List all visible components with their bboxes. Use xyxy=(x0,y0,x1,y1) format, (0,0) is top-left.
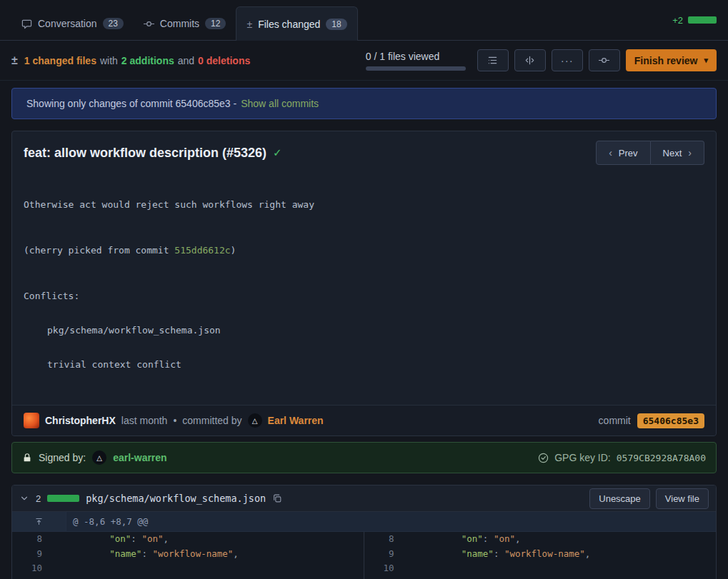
new-line-number[interactable]: 8 xyxy=(364,532,402,547)
chevron-down-icon[interactable] xyxy=(19,493,29,503)
tab-conversation[interactable]: Conversation 23 xyxy=(11,7,134,40)
diff-old-side: 8 "on": "on", 9 "name": "workflow-name",… xyxy=(12,532,364,579)
more-options-button[interactable]: ··· xyxy=(552,49,583,71)
commit-author-row: ChristopherHX last month • committed by … xyxy=(12,405,716,435)
finish-review-button[interactable]: Finish review ▾ xyxy=(626,49,717,71)
copy-icon[interactable] xyxy=(272,493,282,503)
commit-icon xyxy=(599,55,609,66)
commit-message-line: pkg/schema/workflow_schema.json xyxy=(24,325,704,336)
committed-by-label: committed by xyxy=(182,415,241,426)
commit-title: feat: allow workflow description (#5326) xyxy=(24,146,266,161)
diff-icon: ± xyxy=(246,19,252,30)
shield-check-icon xyxy=(538,453,549,463)
file-additions-count: 2 xyxy=(36,493,41,504)
file-tree-toggle-button[interactable] xyxy=(477,49,509,71)
ellipsis-icon: ··· xyxy=(561,54,574,66)
commit-sha-group: commit 65406c85e3 xyxy=(599,413,704,428)
chevron-left-icon: ‹ xyxy=(609,147,612,158)
code-key: "on" xyxy=(109,533,131,544)
code-value: "on" xyxy=(494,533,515,544)
line-sign xyxy=(402,547,419,562)
old-line-number[interactable]: 9 xyxy=(12,547,49,562)
finish-review-label: Finish review xyxy=(634,55,698,66)
code-line: "name": "workflow-name", xyxy=(419,547,717,562)
commit-message-line: (cherry picked from commit 515dd6612c) xyxy=(24,245,704,256)
code-sep: : xyxy=(494,548,504,559)
conversation-count-badge: 23 xyxy=(103,18,124,29)
chevron-right-icon: › xyxy=(688,147,692,158)
committer-name-link[interactable]: Earl Warren xyxy=(268,415,324,426)
code-end: , xyxy=(233,548,239,559)
changed-files-link[interactable]: 1 changed files xyxy=(24,55,96,66)
signer-avatar[interactable]: △ xyxy=(92,450,106,465)
old-line-number[interactable]: 10 xyxy=(12,561,49,579)
old-line-number[interactable]: 8 xyxy=(12,532,49,547)
code-indent xyxy=(419,533,462,544)
commit-box: feat: allow workflow description (#5326)… xyxy=(11,131,717,436)
diff-row: 9 "name": "workflow-name", xyxy=(12,547,364,562)
commit-time: last month xyxy=(121,415,168,426)
code-indent xyxy=(66,548,109,559)
code-sep: : xyxy=(141,548,152,559)
diff-row: 8 "on": "on", xyxy=(12,532,364,547)
diff-row: 9 "name": "workflow-name", xyxy=(364,547,717,562)
summary-text: and xyxy=(178,55,194,66)
code-line: "enable-email-notifications": "workflow-… xyxy=(66,561,364,579)
view-file-button[interactable]: View file xyxy=(656,488,709,509)
files-changed-count-badge: 18 xyxy=(326,19,346,30)
line-sign xyxy=(49,532,66,547)
show-all-commits-link[interactable]: Show all commits xyxy=(241,98,319,109)
code-line: "on": "on", xyxy=(419,532,717,547)
prev-commit-button[interactable]: ‹ Prev xyxy=(596,141,650,165)
next-commit-button[interactable]: Next › xyxy=(651,141,704,165)
signer-name-link[interactable]: earl-warren xyxy=(113,452,166,463)
commit-notice-banner: Showing only changes of commit 65406c85e… xyxy=(11,88,717,119)
code-line: "name": "workflow-name", xyxy=(66,547,364,562)
commit-message-body: Otherwise act would reject such workflow… xyxy=(12,166,716,405)
cherry-commit-link[interactable]: 515dd6612c xyxy=(174,245,230,256)
split-view-icon xyxy=(524,55,535,66)
commit-label: commit xyxy=(599,415,631,426)
expand-hunk-button[interactable] xyxy=(12,512,66,531)
cherry-picked-close: ) xyxy=(231,245,236,256)
author-name-link[interactable]: ChristopherHX xyxy=(45,415,116,426)
gpg-key-group: GPG key ID: 0579CB2928A78A00 xyxy=(538,452,706,463)
code-sep: : xyxy=(483,533,494,544)
line-sign xyxy=(402,561,419,579)
code-line: "enable-email-notifications": "workflow-… xyxy=(419,561,717,579)
pr-diffstat: +2 xyxy=(672,15,717,26)
commit-message-line: trivial context conflict xyxy=(24,359,704,371)
summary-text: with xyxy=(100,55,118,66)
tab-commits[interactable]: Commits 12 xyxy=(134,7,236,40)
tab-conversation-label: Conversation xyxy=(38,18,97,29)
hunk-header-row: @ -8,6 +8,7 @@ xyxy=(12,512,716,532)
next-label: Next xyxy=(663,148,682,158)
file-tree-icon xyxy=(487,55,498,66)
unescape-button[interactable]: Unescape xyxy=(589,488,650,509)
code-indent xyxy=(66,533,109,544)
caret-down-icon: ▾ xyxy=(704,56,708,65)
triangle-icon: △ xyxy=(252,417,258,425)
code-value: "on" xyxy=(141,533,163,544)
deletions-count: 0 deletions xyxy=(198,55,250,66)
committer-avatar[interactable]: △ xyxy=(248,413,262,428)
hunk-header-text: @ -8,6 +8,7 @@ xyxy=(66,512,148,531)
tab-files-changed[interactable]: ± Files changed 18 xyxy=(236,6,357,41)
code-indent xyxy=(419,548,462,559)
split-view-button[interactable] xyxy=(514,49,546,71)
tab-commits-label: Commits xyxy=(160,18,199,29)
commit-select-button[interactable] xyxy=(589,49,620,71)
files-viewed-bar xyxy=(366,66,466,71)
new-line-number[interactable]: 9 xyxy=(364,547,402,562)
diff-summary-icon: ± xyxy=(11,54,18,67)
code-key: "on" xyxy=(462,533,483,544)
tab-files-changed-label: Files changed xyxy=(258,19,320,30)
commit-sha-badge[interactable]: 65406c85e3 xyxy=(637,413,704,428)
review-toolbar: ± 1 changed files with 2 additions and 0… xyxy=(0,41,728,81)
line-sign xyxy=(49,561,66,579)
file-diff-box: 2 pkg/schema/workflow_schema.json Unesca… xyxy=(11,485,717,579)
new-line-number[interactable]: 10 xyxy=(364,561,402,579)
author-avatar[interactable] xyxy=(24,413,39,428)
file-name: pkg/schema/workflow_schema.json xyxy=(86,493,266,504)
commit-header: feat: allow workflow description (#5326)… xyxy=(12,131,716,166)
